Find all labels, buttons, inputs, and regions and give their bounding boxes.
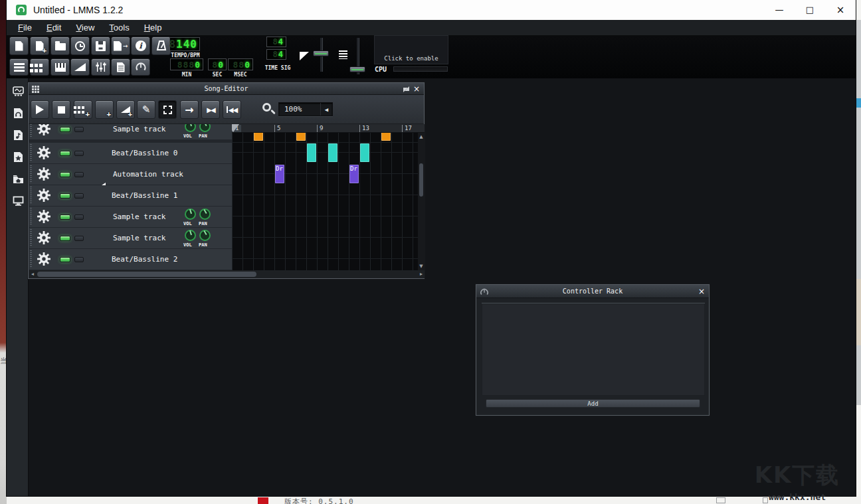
master-pitch-slider[interactable]: [349, 38, 365, 74]
visualizer-panel[interactable]: Click to enable: [374, 35, 448, 64]
track-settings-button[interactable]: [37, 124, 50, 135]
project-notes-button[interactable]: [111, 58, 130, 76]
bb-pattern-segment[interactable]: [328, 143, 337, 162]
track-mute-led[interactable]: [60, 172, 70, 177]
track-name[interactable]: Sample track: [113, 234, 165, 242]
track-mute-led[interactable]: [60, 214, 70, 220]
draw-mode-button[interactable]: ✎: [137, 100, 155, 119]
track-grip-handle[interactable]: [30, 208, 32, 226]
track-settings-button[interactable]: [37, 189, 50, 202]
rewind-button[interactable]: ◀◀: [223, 100, 241, 119]
bb-pattern-segment[interactable]: [360, 143, 369, 162]
stop-button[interactable]: [52, 100, 70, 119]
follow-playback-button[interactable]: →: [180, 100, 199, 119]
track-solo-button[interactable]: [74, 127, 84, 132]
track-solo-button[interactable]: [74, 151, 84, 156]
bb-editor-button[interactable]: [30, 58, 49, 76]
song-editor-close-icon[interactable]: ×: [412, 83, 421, 95]
scroll-up-icon[interactable]: ▲: [418, 134, 425, 139]
horizontal-scroll-thumb[interactable]: [37, 272, 256, 277]
sample-segment[interactable]: [381, 133, 391, 141]
scroll-right-icon[interactable]: ▸: [418, 270, 425, 278]
track-name[interactable]: Beat/Bassline 0: [112, 149, 177, 157]
track-mute-led[interactable]: [60, 236, 70, 241]
bb-pattern-segment[interactable]: [307, 143, 316, 162]
menu-view[interactable]: View: [70, 21, 100, 35]
track-name[interactable]: Sample track: [113, 125, 165, 133]
track-settings-button[interactable]: [37, 210, 50, 223]
add-automation-track-button[interactable]: +: [116, 100, 135, 119]
save-project-button[interactable]: [91, 37, 110, 55]
zoom-dropdown-arrow-icon[interactable]: ◀: [320, 103, 332, 116]
pan-knob[interactable]: [199, 124, 211, 132]
play-position-button[interactable]: ▶◀: [201, 100, 220, 119]
track-mute-led[interactable]: [60, 151, 70, 156]
track-grip-handle[interactable]: [30, 144, 32, 162]
timesig-numerator-display[interactable]: 84: [266, 37, 286, 47]
track-mute-led[interactable]: [60, 257, 70, 262]
track-name[interactable]: Beat/Bassline 1: [112, 191, 177, 200]
minimize-button[interactable]: —: [768, 0, 791, 20]
sidebar-presets-button[interactable]: [12, 129, 24, 141]
automation-editor-button[interactable]: [70, 58, 90, 76]
scroll-down-icon[interactable]: ▼: [418, 264, 425, 269]
track-solo-button[interactable]: [74, 236, 84, 241]
automation-segment[interactable]: Dr: [349, 165, 359, 183]
sample-segment[interactable]: [296, 133, 306, 141]
menu-help[interactable]: Help: [138, 21, 168, 35]
track-name[interactable]: Sample track: [113, 212, 165, 221]
track-mute-led[interactable]: [60, 193, 70, 199]
song-editor-titlebar[interactable]: Song-Editor ×: [29, 83, 424, 95]
new-from-template-button[interactable]: +: [30, 37, 49, 55]
fx-mixer-button[interactable]: [91, 58, 110, 76]
vertical-scrollbar[interactable]: ▲ ▼: [418, 133, 425, 270]
sidebar-favorites-button[interactable]: [12, 151, 24, 163]
track-mute-led[interactable]: [60, 127, 70, 132]
menu-file[interactable]: File: [12, 21, 38, 35]
slider-handle[interactable]: [313, 50, 329, 56]
menu-tools[interactable]: Tools: [103, 21, 135, 35]
menu-edit[interactable]: Edit: [41, 21, 67, 35]
edit-mode-button[interactable]: [158, 100, 177, 119]
track-solo-button[interactable]: [74, 257, 84, 262]
song-editor-maximize-icon[interactable]: [403, 86, 409, 92]
piano-roll-button[interactable]: [50, 58, 70, 76]
recently-opened-button[interactable]: [70, 37, 90, 55]
maximize-button[interactable]: □: [799, 0, 821, 20]
timesig-denominator-display[interactable]: 84: [266, 49, 286, 60]
track-settings-button[interactable]: [37, 231, 50, 244]
new-project-button[interactable]: [9, 37, 29, 55]
export-project-button[interactable]: →: [111, 37, 130, 55]
sidebar-instruments-button[interactable]: [12, 85, 24, 97]
track-name[interactable]: Automation track: [113, 170, 183, 179]
song-editor-button[interactable]: [9, 58, 29, 76]
track-name[interactable]: Beat/Bassline 2: [112, 255, 177, 264]
track-settings-button[interactable]: [37, 146, 50, 159]
vertical-scroll-thumb[interactable]: [419, 163, 423, 197]
track-grip-handle[interactable]: [30, 229, 32, 247]
add-bb-track-button[interactable]: +: [74, 100, 92, 119]
controller-rack-titlebar[interactable]: Controller Rack ×: [476, 285, 709, 298]
title-bar[interactable]: Untitled - LMMS 1.2.2 — □ ×: [7, 0, 856, 20]
track-grip-handle[interactable]: [30, 187, 32, 205]
pan-knob[interactable]: [199, 209, 211, 220]
sidebar-home-button[interactable]: [12, 173, 24, 185]
controller-add-button[interactable]: Add: [486, 399, 700, 408]
track-settings-button[interactable]: [37, 167, 50, 181]
slider-handle[interactable]: [349, 66, 365, 72]
horizontal-scrollbar[interactable]: ◂ ▸: [29, 270, 425, 278]
add-sample-track-button[interactable]: +: [95, 100, 114, 119]
project-properties-button[interactable]: i: [131, 37, 150, 55]
controller-rack-close-icon[interactable]: ×: [697, 285, 706, 297]
pan-knob[interactable]: [199, 230, 211, 241]
close-button[interactable]: ×: [829, 0, 852, 20]
timeline[interactable]: 1591317: [232, 124, 425, 133]
play-button[interactable]: [31, 100, 49, 119]
master-volume-slider[interactable]: [313, 38, 329, 72]
track-solo-button[interactable]: [74, 214, 84, 220]
track-grip-handle[interactable]: [30, 165, 32, 183]
track-settings-button[interactable]: [37, 252, 50, 266]
track-grip-handle[interactable]: [30, 250, 32, 268]
track-grip-handle[interactable]: [30, 124, 32, 138]
open-project-button[interactable]: [50, 37, 70, 55]
